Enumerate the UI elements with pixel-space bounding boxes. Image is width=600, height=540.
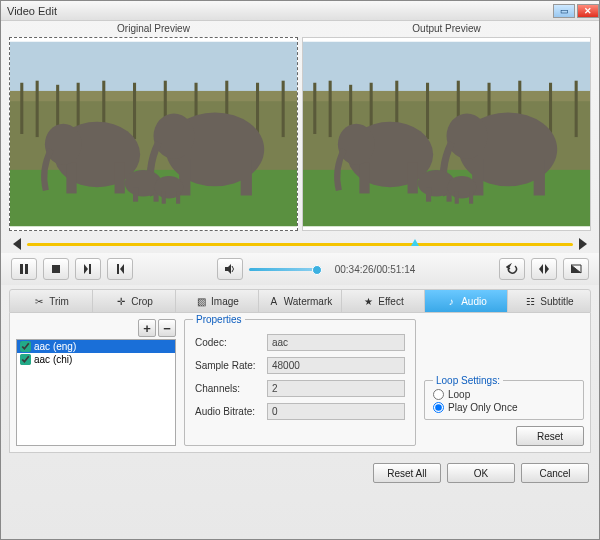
timeline[interactable] bbox=[13, 237, 587, 251]
loop-settings-group: Loop Settings: Loop Play Only Once bbox=[424, 380, 584, 420]
footer-buttons: Reset All OK Cancel bbox=[1, 459, 599, 491]
ok-button[interactable]: OK bbox=[447, 463, 515, 483]
close-button[interactable]: ✕ bbox=[577, 4, 599, 18]
star-icon: ★ bbox=[362, 295, 374, 307]
properties-legend: Properties bbox=[193, 314, 245, 325]
undo-button[interactable] bbox=[499, 258, 525, 280]
loop-legend: Loop Settings: bbox=[433, 375, 503, 386]
svg-rect-8 bbox=[133, 83, 136, 139]
audio-panel: + − aac (eng) aac (chi) Properties Codec… bbox=[9, 313, 591, 453]
cancel-button[interactable]: Cancel bbox=[521, 463, 589, 483]
svg-marker-65 bbox=[225, 264, 231, 274]
svg-marker-64 bbox=[120, 264, 124, 274]
codec-label: Codec: bbox=[195, 337, 267, 348]
audio-track-list[interactable]: aac (eng) aac (chi) bbox=[16, 339, 176, 446]
loop-radio-row[interactable]: Loop bbox=[433, 389, 575, 400]
volume-slider[interactable] bbox=[249, 268, 319, 271]
tab-effect-label: Effect bbox=[378, 296, 403, 307]
svg-rect-33 bbox=[329, 81, 332, 137]
properties-group: Properties Codec: Sample Rate: Channels:… bbox=[184, 319, 416, 446]
tab-subtitle[interactable]: ☷Subtitle bbox=[508, 290, 590, 312]
timeline-end-marker[interactable] bbox=[579, 238, 587, 250]
svg-rect-28 bbox=[176, 191, 180, 203]
minimize-button[interactable]: ▭ bbox=[553, 4, 575, 18]
output-preview-image bbox=[303, 38, 590, 230]
svg-rect-60 bbox=[52, 265, 60, 273]
track-checkbox[interactable] bbox=[20, 354, 31, 365]
list-item[interactable]: aac (eng) bbox=[17, 340, 175, 353]
svg-marker-67 bbox=[545, 264, 549, 274]
svg-rect-53 bbox=[426, 187, 431, 201]
tab-image[interactable]: ▧Image bbox=[176, 290, 259, 312]
playonce-label: Play Only Once bbox=[448, 402, 517, 413]
playback-controls: 00:34:26/00:51:14 bbox=[1, 253, 599, 285]
svg-rect-17 bbox=[115, 163, 125, 194]
bitrate-label: Audio Bitrate: bbox=[195, 406, 267, 417]
timeline-start-marker[interactable] bbox=[13, 238, 21, 250]
svg-rect-59 bbox=[25, 264, 28, 274]
music-icon: ♪ bbox=[445, 295, 457, 307]
tab-trim[interactable]: ✂Trim bbox=[10, 290, 93, 312]
tab-image-label: Image bbox=[211, 296, 239, 307]
svg-rect-13 bbox=[282, 81, 285, 137]
tab-crop[interactable]: ✛Crop bbox=[93, 290, 176, 312]
original-preview-label: Original Preview bbox=[9, 23, 298, 37]
svg-rect-58 bbox=[20, 264, 23, 274]
output-preview-label: Output Preview bbox=[302, 23, 591, 37]
remove-track-button[interactable]: − bbox=[158, 319, 176, 337]
loop-label: Loop bbox=[448, 389, 470, 400]
pause-button[interactable] bbox=[11, 258, 37, 280]
playonce-radio-row[interactable]: Play Only Once bbox=[433, 402, 575, 413]
track-label: aac (eng) bbox=[34, 341, 76, 352]
resetall-button[interactable]: Reset All bbox=[373, 463, 441, 483]
playonce-radio[interactable] bbox=[433, 402, 444, 413]
svg-rect-32 bbox=[313, 83, 316, 134]
svg-rect-57 bbox=[469, 191, 473, 203]
track-checkbox[interactable] bbox=[20, 341, 31, 352]
output-preview[interactable] bbox=[302, 37, 591, 231]
timeline-track[interactable] bbox=[27, 243, 573, 246]
svg-rect-4 bbox=[36, 81, 39, 137]
tab-subtitle-label: Subtitle bbox=[540, 296, 573, 307]
samplerate-label: Sample Rate: bbox=[195, 360, 267, 371]
fliph-button[interactable] bbox=[531, 258, 557, 280]
titlebar: Video Edit ▭ ✕ bbox=[1, 1, 599, 21]
samplerate-field[interactable] bbox=[267, 357, 405, 374]
svg-rect-46 bbox=[408, 163, 418, 194]
loop-radio[interactable] bbox=[433, 389, 444, 400]
flipv-button[interactable] bbox=[563, 258, 589, 280]
svg-rect-62 bbox=[89, 264, 91, 274]
svg-rect-24 bbox=[133, 187, 138, 201]
channels-field[interactable] bbox=[267, 380, 405, 397]
timeline-playhead[interactable] bbox=[415, 239, 416, 249]
timecode: 00:34:26/00:51:14 bbox=[335, 264, 416, 275]
text-icon: A bbox=[268, 295, 280, 307]
svg-rect-42 bbox=[575, 81, 578, 137]
svg-rect-21 bbox=[241, 160, 252, 196]
tab-watermark[interactable]: AWatermark bbox=[259, 290, 342, 312]
volume-button[interactable] bbox=[217, 258, 243, 280]
markout-button[interactable] bbox=[107, 258, 133, 280]
track-label: aac (chi) bbox=[34, 354, 72, 365]
stop-button[interactable] bbox=[43, 258, 69, 280]
reset-button[interactable]: Reset bbox=[516, 426, 584, 446]
codec-field[interactable] bbox=[267, 334, 405, 351]
crop-icon: ✛ bbox=[115, 295, 127, 307]
svg-rect-3 bbox=[20, 83, 23, 134]
window-title: Video Edit bbox=[7, 5, 551, 17]
original-preview[interactable] bbox=[9, 37, 298, 231]
list-item[interactable]: aac (chi) bbox=[17, 353, 175, 366]
channels-label: Channels: bbox=[195, 383, 267, 394]
tab-audio[interactable]: ♪Audio bbox=[425, 290, 508, 312]
tab-crop-label: Crop bbox=[131, 296, 153, 307]
svg-marker-66 bbox=[539, 264, 543, 274]
svg-rect-16 bbox=[66, 163, 76, 194]
bitrate-field[interactable] bbox=[267, 403, 405, 420]
tab-effect[interactable]: ★Effect bbox=[342, 290, 425, 312]
subtitle-icon: ☷ bbox=[524, 295, 536, 307]
markin-button[interactable] bbox=[75, 258, 101, 280]
svg-rect-37 bbox=[426, 83, 429, 139]
svg-rect-45 bbox=[359, 163, 369, 194]
svg-rect-2 bbox=[10, 91, 297, 101]
add-track-button[interactable]: + bbox=[138, 319, 156, 337]
